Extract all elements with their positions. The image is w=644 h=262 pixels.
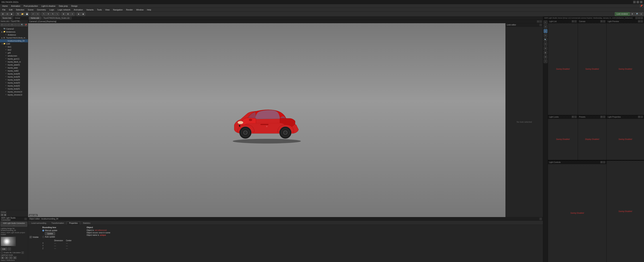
- hdr-tool-select[interactable]: ↖: [544, 20, 548, 24]
- global-tab[interactable]: Global: [14, 17, 21, 19]
- hdr-tool-delete[interactable]: 🗑: [544, 51, 548, 54]
- menu-logic[interactable]: Logic: [48, 8, 56, 11]
- light-looks-maximize[interactable]: ⊞: [572, 116, 574, 118]
- menu-tools[interactable]: Tools: [96, 8, 103, 11]
- ibl-info-icon[interactable]: i: [22, 252, 24, 254]
- menu-geometry[interactable]: Geometry: [36, 8, 47, 11]
- update-button[interactable]: Update: [45, 232, 55, 235]
- global-icon-1[interactable]: ⊞: [1, 214, 3, 216]
- toolbar-undo[interactable]: ↩: [31, 12, 35, 16]
- tree-item-localsurrounding[interactable]: ◾ localsurrounding_04: [0, 39, 28, 42]
- minimize-button[interactable]: –: [633, 1, 636, 3]
- lightplant-btn-1[interactable]: ◉: [1, 256, 4, 259]
- toolbar-grid[interactable]: ⊞: [66, 12, 70, 16]
- canvas-close[interactable]: ×: [603, 20, 605, 22]
- tab-statistics[interactable]: Statistics: [80, 222, 93, 224]
- toolbar-move[interactable]: ✛: [46, 12, 50, 16]
- maximize-button[interactable]: □: [636, 1, 639, 3]
- tree-item-toyota-body05[interactable]: ◾ toyota_body05: [0, 75, 28, 78]
- menu-scene[interactable]: Scene: [26, 8, 35, 11]
- hdr-studio-close[interactable]: ×: [24, 218, 27, 220]
- toolbar-rotate[interactable]: ↻: [51, 12, 55, 16]
- menu-edit[interactable]: Edit: [8, 8, 14, 11]
- tree-item-windscreen[interactable]: ◾ windscreen: [0, 54, 28, 57]
- tree-item-tire2[interactable]: ◾ tire2: [0, 48, 28, 51]
- scene-tree-delete[interactable]: ✕: [11, 24, 14, 26]
- look-renderer-button[interactable]: Look renderer: [615, 12, 630, 16]
- toolbar-redo[interactable]: ↪: [36, 12, 40, 16]
- menu-help[interactable]: Help: [146, 8, 153, 11]
- toolbar-open[interactable]: 📂: [20, 12, 24, 16]
- toolbar-btn-3[interactable]: ▶: [10, 12, 14, 16]
- visible-checkbox[interactable]: [30, 236, 32, 238]
- toolbar-extra-2[interactable]: 🔎: [635, 12, 639, 16]
- enable-ibl-checkbox[interactable]: [1, 252, 3, 254]
- tab-transformation[interactable]: Transformation: [49, 222, 66, 224]
- scene-tree-tab[interactable]: Scene tree: [1, 17, 13, 20]
- viewport-close-icon[interactable]: ×: [540, 20, 542, 23]
- hdr-info-icon[interactable]: i: [8, 248, 11, 250]
- hdr-tool-help[interactable]: ?: [544, 59, 548, 63]
- tree-item-ambiences[interactable]: ▶ 📁 Ambiences: [0, 30, 28, 33]
- toolbar-btn-1[interactable]: ⊞: [1, 12, 5, 16]
- manual-update-radio[interactable]: [42, 230, 44, 232]
- light-controls-maximize[interactable]: ⊞: [600, 161, 603, 163]
- canvas-maximize[interactable]: ⊞: [600, 20, 603, 22]
- toolbar-save[interactable]: 💾: [25, 12, 29, 16]
- light-list-maximize[interactable]: ⊞: [572, 20, 574, 22]
- tree-item-grill[interactable]: ◾ grill: [0, 51, 28, 54]
- tree-item-toyota-chrome13[interactable]: ◾ toyota_chrome13: [0, 93, 28, 96]
- toolbar-align[interactable]: ≡: [70, 12, 74, 16]
- toolbar-snap[interactable]: ⊕: [62, 12, 66, 16]
- look-editor-close[interactable]: ×: [540, 24, 542, 26]
- lightplant-btn-3[interactable]: ⊙: [9, 256, 12, 259]
- menu-window[interactable]: Window: [135, 8, 145, 11]
- scene-tree-search[interactable]: 🔍: [20, 24, 24, 26]
- tree-item-toyota-body03[interactable]: ◾ toyota_body03: [0, 81, 28, 84]
- presets-maximize[interactable]: ⊞: [600, 116, 603, 118]
- tree-item-camera3[interactable]: 📷 Camera3: [0, 27, 28, 30]
- scene-tree-down[interactable]: ↓: [17, 24, 20, 26]
- tree-item-toyota-gum[interactable]: ◾ toyota_gum11: [0, 57, 28, 60]
- menu-data-prep[interactable]: Data prep: [57, 4, 69, 8]
- auto-update-radio[interactable]: [42, 236, 44, 238]
- menu-view[interactable]: View: [104, 8, 111, 11]
- viewport-tab-toyo[interactable]: ToyoGT862013body_Scale.csb: [41, 17, 72, 20]
- bottom-panel-close[interactable]: ×: [540, 218, 542, 220]
- hdr-tool-add[interactable]: ⊕: [544, 46, 548, 50]
- light-preview-close[interactable]: ×: [641, 20, 643, 22]
- tree-item-tire1[interactable]: ◾ tire1: [0, 45, 28, 48]
- lightplant-btn-4[interactable]: ⊞: [13, 256, 16, 259]
- presets-close[interactable]: ×: [603, 116, 605, 118]
- toolbar-extra-3[interactable]: ⊙: [639, 12, 643, 16]
- menu-file[interactable]: File: [1, 8, 7, 11]
- hdr-win-close[interactable]: ×: [641, 17, 643, 19]
- hdr-connection-button[interactable]: HDR Light Studio Connection ...: [1, 222, 27, 226]
- pin-icon[interactable]: 📌: [640, 4, 643, 8]
- tree-item-toyota-plate01[interactable]: ◾ toyota_plate01: [0, 63, 28, 66]
- viewport-3d[interactable]: pace only: [28, 23, 506, 217]
- toolbar-extra-1[interactable]: ⚙: [630, 12, 634, 16]
- hdr-tool-cancel[interactable]: ✕: [544, 42, 548, 46]
- tab-local-surrounding[interactable]: Local surrounding: [29, 222, 49, 224]
- toolbar-material[interactable]: ◉: [81, 12, 85, 16]
- menu-animation2[interactable]: Animation: [72, 8, 84, 11]
- toolbar-render-quality[interactable]: ◈: [76, 12, 81, 16]
- light-list-close[interactable]: ×: [574, 20, 576, 22]
- lightplant-btn-2[interactable]: ◈: [5, 256, 8, 259]
- toolbar-btn-2[interactable]: ⊡: [5, 12, 9, 16]
- menu-render[interactable]: Render: [124, 8, 134, 11]
- menu-light-shadow[interactable]: Light & shadow: [40, 4, 57, 8]
- tree-item-toyota-body04[interactable]: ◾ toyota_body04: [0, 78, 28, 81]
- light-looks-close[interactable]: ×: [574, 116, 576, 118]
- menu-design[interactable]: Design: [70, 4, 79, 8]
- menu-selection[interactable]: Selection: [14, 8, 26, 11]
- toolbar-select[interactable]: ↖: [42, 12, 46, 16]
- tree-item-toyota-body01[interactable]: ◾ toyota_body01: [0, 87, 28, 90]
- tree-item-toyogt[interactable]: ▶ ▦ ToyotaGT862013body_MAYA2012_mark_c: [0, 36, 28, 39]
- viewport-settings-icon[interactable]: ⚙: [537, 20, 539, 23]
- close-button[interactable]: ×: [640, 1, 642, 3]
- light-controls-close[interactable]: ×: [603, 161, 605, 163]
- hdr-win-min[interactable]: –: [636, 17, 638, 19]
- scene-tree-up[interactable]: ↑: [14, 24, 17, 26]
